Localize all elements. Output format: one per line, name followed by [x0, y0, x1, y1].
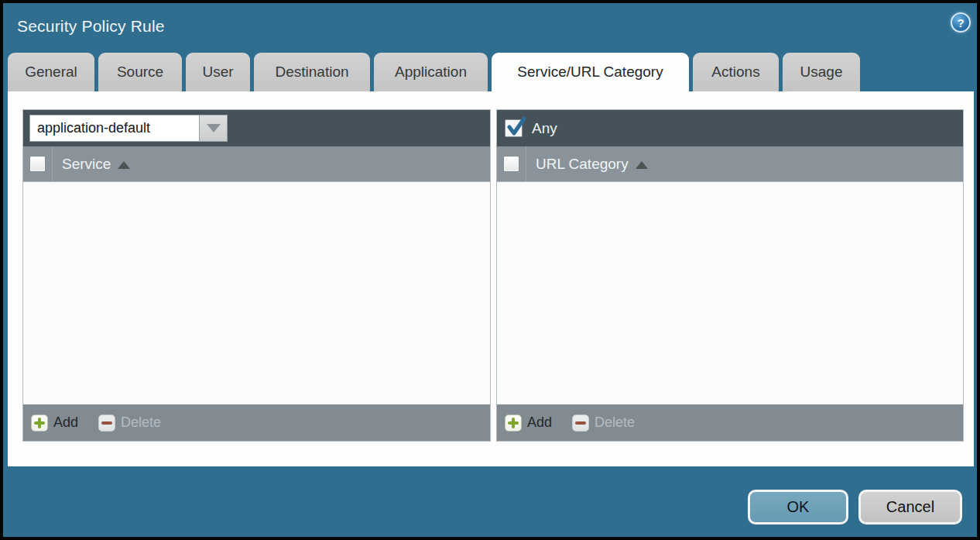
question-mark-glyph: ?	[957, 16, 964, 29]
url-category-panel: Any URL Category Add	[496, 109, 964, 442]
minus-icon	[572, 414, 589, 432]
url-category-list	[497, 182, 963, 404]
dropdown-arrow-button[interactable]	[199, 115, 228, 142]
help-icon[interactable]: ?	[951, 12, 971, 33]
service-panel-footer: Add Delete	[23, 404, 490, 441]
url-category-column-label: URL Category	[536, 156, 629, 173]
tab-service-url-category[interactable]: Service/URL Category	[492, 53, 689, 91]
any-checkbox-row: Any	[505, 119, 557, 137]
cancel-button[interactable]: Cancel	[858, 490, 962, 525]
url-category-panel-footer: Add Delete	[497, 404, 963, 441]
dialog-title: Security Policy Rule	[17, 17, 165, 36]
service-column-label: Service	[62, 156, 111, 173]
add-url-category-button[interactable]: Add	[505, 414, 552, 432]
select-all-url-categories-checkbox[interactable]	[503, 156, 519, 172]
screen-frame: Security Policy Rule ? General Source Us…	[0, 0, 980, 540]
tab-usage[interactable]: Usage	[783, 53, 860, 91]
minus-icon	[98, 414, 115, 432]
plus-icon	[505, 414, 522, 432]
delete-url-category-button[interactable]: Delete	[572, 414, 635, 432]
security-policy-rule-dialog: Security Policy Rule ? General Source Us…	[3, 3, 977, 537]
select-all-services-checkbox[interactable]	[29, 156, 46, 172]
service-list	[23, 182, 490, 404]
url-category-panel-header: Any	[497, 110, 963, 146]
any-checkbox[interactable]	[505, 119, 523, 137]
service-panel: application-default Service	[22, 109, 491, 442]
tab-actions[interactable]: Actions	[693, 53, 779, 91]
tab-general[interactable]: General	[8, 53, 94, 91]
chevron-down-icon	[207, 124, 221, 132]
delete-service-button[interactable]: Delete	[98, 414, 161, 432]
service-type-dropdown[interactable]: application-default	[29, 115, 228, 142]
tab-content-area: application-default Service	[8, 91, 974, 466]
ok-button[interactable]: OK	[748, 490, 848, 525]
sort-ascending-icon[interactable]	[118, 161, 130, 169]
any-label: Any	[532, 120, 557, 137]
url-category-column-header: URL Category	[497, 146, 963, 182]
check-icon	[506, 117, 526, 138]
add-service-button[interactable]: Add	[31, 414, 78, 432]
plus-icon	[31, 414, 48, 432]
tab-destination[interactable]: Destination	[254, 53, 370, 91]
url-category-select-all-cell	[497, 146, 526, 181]
service-panel-header: application-default	[23, 110, 490, 146]
tab-user[interactable]: User	[186, 53, 250, 91]
tab-source[interactable]: Source	[98, 53, 182, 91]
tab-bar: General Source User Destination Applicat…	[8, 53, 860, 91]
service-column-header: Service	[23, 146, 490, 182]
tab-application[interactable]: Application	[374, 53, 488, 91]
sort-ascending-icon[interactable]	[636, 161, 648, 169]
service-type-dropdown-value: application-default	[29, 115, 199, 142]
service-select-all-cell	[23, 146, 53, 181]
